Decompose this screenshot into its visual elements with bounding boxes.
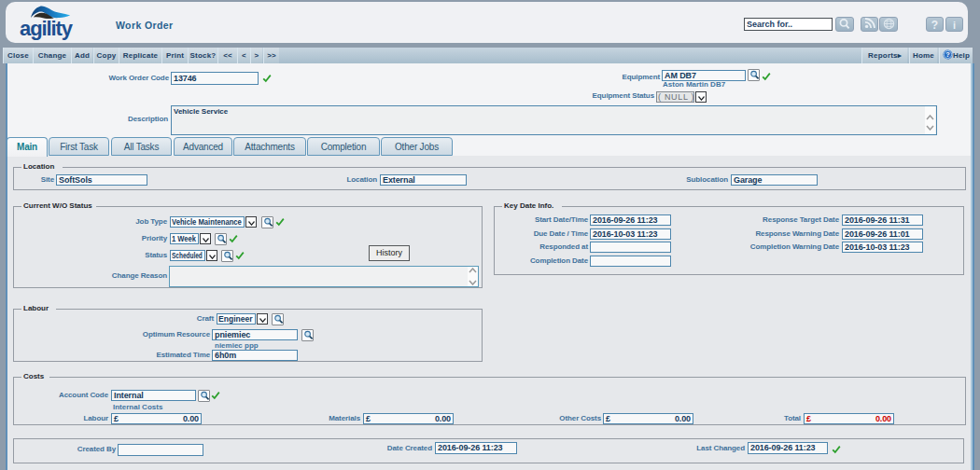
svg-text:?: ? [945,50,950,59]
